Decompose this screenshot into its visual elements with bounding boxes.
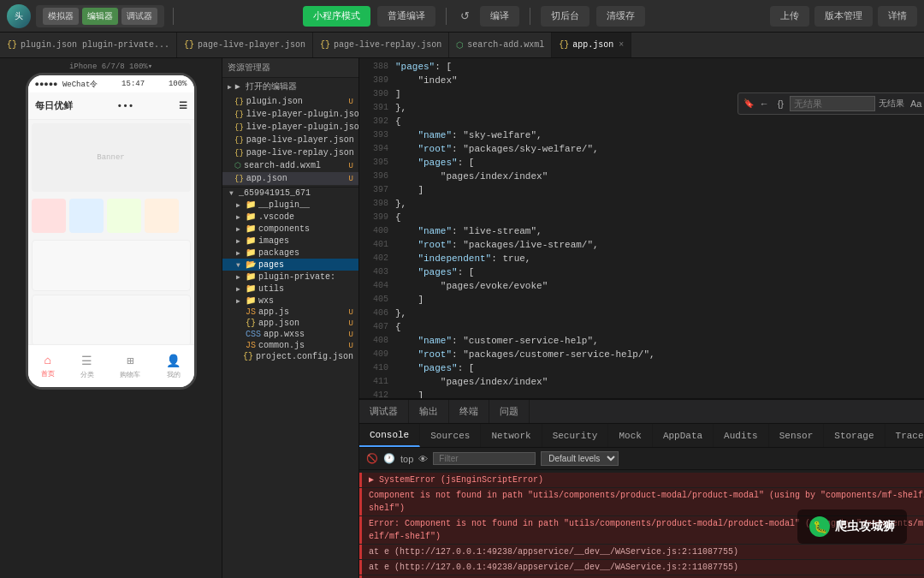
phone-cell	[145, 199, 179, 233]
console-tab-issues[interactable]: 问题	[489, 400, 530, 423]
tree-appwxss[interactable]: CSS app.wxss U	[222, 329, 358, 340]
tree-components[interactable]: ▶ 📁 components	[222, 223, 358, 235]
phone-status-bar: ●●●●● WeChat令 15:47 100%	[28, 75, 194, 92]
sub-tab-network[interactable]: Network	[481, 424, 542, 447]
find-bookmark-icon[interactable]: 🔖	[743, 98, 754, 109]
phone-tab-category[interactable]: ☰ 分类	[80, 354, 94, 379]
tab-app-json[interactable]: {} app.json ×	[552, 33, 631, 57]
simulator-btn[interactable]: 模拟器	[43, 8, 79, 25]
line-number: 407	[363, 320, 388, 334]
editor-btn[interactable]: 编辑器	[82, 8, 118, 25]
open-editors: ▶ ▶ 打开的编辑器 {} plugin.json U {} live-play…	[222, 78, 358, 188]
tree-plugin-private[interactable]: ▶ 📁 plugin-private:	[222, 271, 358, 283]
sub-tab-console[interactable]: Console	[359, 424, 420, 447]
tab-close-5[interactable]: ×	[619, 40, 624, 50]
line-number: 404	[363, 279, 388, 293]
tab-live-player[interactable]: {} page-live-player.json	[177, 33, 313, 57]
cache-btn[interactable]: 清缓存	[596, 6, 645, 27]
sub-tab-sensor[interactable]: Sensor	[769, 424, 825, 447]
console-trace: at e (http://127.0.0.1:49238/appservice/…	[369, 545, 924, 558]
tree-appwxss-label: app.wxss	[264, 330, 305, 339]
upload-btn[interactable]: 上传	[770, 6, 809, 27]
appwxss-modified: U	[349, 331, 353, 339]
tree-appjson[interactable]: {} app.json U	[222, 318, 358, 329]
mode-btn[interactable]: 小程序模式	[303, 6, 370, 27]
tab-live-replay[interactable]: {} page-live-replay.json	[313, 33, 449, 57]
tree-projectconfig-label: project.config.json	[256, 352, 353, 361]
level-select[interactable]: Default levels	[541, 451, 619, 466]
tree-appjs[interactable]: JS app.js U	[222, 307, 358, 318]
cart-icon: ⊞	[127, 354, 133, 368]
find-back-btn[interactable]: ←	[757, 98, 772, 110]
tree-vscode-label: .vscode	[258, 212, 294, 222]
console-eye-btn[interactable]: 👁	[418, 454, 428, 464]
tab-search-add[interactable]: ⬡ search-add.wxml	[449, 33, 552, 57]
find-input[interactable]	[790, 96, 875, 111]
phone-tab-cart[interactable]: ⊞ 购物车	[120, 354, 140, 379]
wxs-folder-icon: 📁	[246, 295, 256, 306]
console-top-btn[interactable]: top	[400, 454, 413, 464]
phone-tab-home[interactable]: ⌂ 首页	[41, 354, 55, 378]
find-forward-btn[interactable]: {}	[775, 98, 786, 110]
tree-plugin-label: __plugin__	[258, 200, 310, 210]
tree-images[interactable]: ▶ 📁 images	[222, 235, 358, 247]
line-number: 401	[363, 238, 388, 252]
open-file-4[interactable]: {} page-live-player.json ... U	[222, 134, 358, 146]
open-file-7[interactable]: {} app.json U	[222, 172, 358, 185]
console-tab-debugger[interactable]: 调试器	[359, 400, 409, 423]
sub-tab-security[interactable]: Security	[542, 424, 609, 447]
version-btn[interactable]: 版本管理	[814, 6, 873, 27]
filter-input[interactable]	[433, 452, 536, 465]
tree-pages[interactable]: ▼ 📂 pages	[222, 259, 358, 271]
console-clear-btn[interactable]: 🚫	[366, 453, 378, 464]
comp-folder-icon: 📁	[246, 223, 256, 234]
console-tab-terminal[interactable]: 终端	[449, 400, 489, 423]
console-clock-btn[interactable]: 🕐	[383, 453, 395, 464]
sub-tab-mock[interactable]: Mock	[608, 424, 652, 447]
tree-plugin[interactable]: ▶ 📁 __plugin__	[222, 199, 358, 211]
tree-utils[interactable]: ▶ 📁 utils	[222, 283, 358, 295]
open-file-6[interactable]: ⬡ search-add.wxml U	[222, 159, 358, 172]
tree-projectconfig[interactable]: {} project.config.json	[222, 351, 358, 362]
file-panel: 资源管理器 ▶ ▶ 打开的编辑器 {} plugin.json U {} liv…	[222, 58, 359, 578]
compile-btn[interactable]: 编译	[480, 6, 519, 27]
phone-label: iPhone 6/7/8 100%▾	[69, 62, 152, 71]
compile-mode-btn[interactable]: 普通编译	[377, 6, 435, 27]
open-file-1[interactable]: {} plugin.json U	[222, 95, 358, 108]
phone-nav-icon: ☰	[179, 100, 187, 111]
code-line: },	[395, 197, 924, 211]
code-line: "pages": [	[395, 156, 924, 170]
open-file-5[interactable]: {} page-live-replay.json ... U	[222, 146, 358, 159]
sub-tab-storage[interactable]: Storage	[824, 424, 885, 447]
refresh-btn[interactable]: ↺	[457, 8, 473, 24]
phone-tab-mine[interactable]: 👤 我的	[166, 354, 181, 379]
line-number: 392	[363, 115, 388, 128]
sub-tab-appdata[interactable]: AppData	[653, 424, 714, 447]
console-tab-output[interactable]: 输出	[409, 400, 449, 423]
commonjs-icon: JS	[246, 341, 256, 350]
vscode-folder-icon: 📁	[246, 212, 256, 222]
tab-plugin-json[interactable]: {} plugin.json plugin-private...	[0, 33, 177, 57]
tab-icon-3: {}	[320, 40, 330, 50]
tree-wxs[interactable]: ▶ 📁 wxs	[222, 295, 358, 307]
open-editors-label[interactable]: ▶ ▶ 打开的编辑器	[222, 78, 358, 95]
phone-battery: 100%	[169, 80, 187, 88]
tab-icon-4: ⬡	[456, 40, 464, 51]
tree-packages[interactable]: ▶ 📁 packages	[222, 247, 358, 259]
sub-tab-audits[interactable]: Audits	[714, 424, 769, 447]
sub-tab-sources[interactable]: Sources	[420, 424, 481, 447]
fi-icon-2: {}	[234, 110, 244, 119]
find-match-case[interactable]: Aa	[908, 98, 924, 110]
phone-signal: ●●●●● WeChat令	[35, 79, 98, 90]
debugger-btn[interactable]: 调试器	[121, 8, 157, 25]
open-file-3[interactable]: {} live-player-plugin.json ... U	[222, 121, 358, 134]
code-line: "pages": [	[395, 265, 924, 279]
detail-btn[interactable]: 详情	[878, 6, 917, 27]
open-file-2[interactable]: {} live-player-plugin.json ... U	[222, 108, 358, 121]
tree-commonjs-label: common.js	[258, 341, 305, 350]
sub-tab-trace[interactable]: Trace	[886, 424, 924, 447]
tree-root[interactable]: ▼ _659941915_671	[222, 188, 358, 199]
tree-vscode[interactable]: ▶ 📁 .vscode	[222, 211, 358, 223]
cut-btn[interactable]: 切后台	[541, 6, 589, 27]
tree-commonjs[interactable]: JS common.js U	[222, 340, 358, 351]
